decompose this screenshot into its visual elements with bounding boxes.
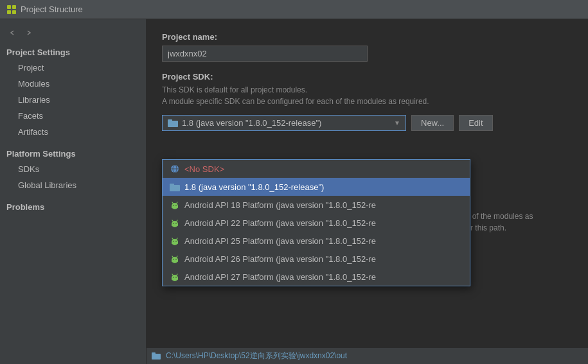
svg-line-49 xyxy=(172,274,174,275)
svg-rect-10 xyxy=(170,184,174,186)
window-title: Project Structure xyxy=(21,4,83,14)
svg-rect-28 xyxy=(172,241,177,244)
jdk-folder-icon xyxy=(169,181,181,193)
platform-settings-section: Platform Settings SDKs Global Libraries xyxy=(0,145,146,193)
android-icon-2 xyxy=(169,217,181,229)
svg-point-31 xyxy=(173,241,174,241)
svg-line-25 xyxy=(172,220,174,221)
android-icon-1 xyxy=(169,199,181,211)
svg-rect-14 xyxy=(177,205,178,208)
title-bar: Project Structure xyxy=(0,0,588,19)
problems-section: Problems xyxy=(0,198,146,214)
svg-line-33 xyxy=(172,238,174,239)
problems-header: Problems xyxy=(0,198,146,214)
path-text: C:\Users\HP\Desktop\52逆向系列实验\jwxdxnx02\o… xyxy=(166,351,347,361)
svg-rect-13 xyxy=(172,205,173,208)
project-name-label: Project name: xyxy=(162,32,573,42)
dropdown-item-android22[interactable]: Android API 22 Platform (java version "1… xyxy=(163,214,470,232)
dropdown-item-android18[interactable]: Android API 18 Platform (java version "1… xyxy=(163,196,470,214)
svg-rect-51 xyxy=(152,354,161,360)
svg-line-34 xyxy=(177,238,178,239)
svg-line-42 xyxy=(177,256,178,257)
project-structure-icon xyxy=(6,4,17,15)
svg-rect-38 xyxy=(177,259,178,262)
svg-rect-29 xyxy=(172,241,173,244)
globe-icon xyxy=(169,163,181,175)
svg-rect-22 xyxy=(177,223,178,226)
svg-point-39 xyxy=(173,259,174,259)
sidebar-item-artifacts[interactable]: Artifacts xyxy=(0,124,146,140)
android-icon-5 xyxy=(169,271,181,282)
svg-rect-44 xyxy=(172,277,177,280)
svg-rect-30 xyxy=(177,241,178,244)
svg-rect-0 xyxy=(7,5,11,9)
back-arrow[interactable] xyxy=(5,26,19,40)
svg-point-24 xyxy=(175,223,176,223)
sidebar-item-facets[interactable]: Facets xyxy=(0,108,146,124)
project-settings-header: Project Settings xyxy=(0,44,146,60)
sidebar-item-modules[interactable]: Modules xyxy=(0,76,146,92)
svg-rect-5 xyxy=(168,119,172,121)
svg-rect-20 xyxy=(172,223,177,226)
path-bar: C:\Users\HP\Desktop\52逆向系列实验\jwxdxnx02\o… xyxy=(147,347,588,364)
svg-rect-9 xyxy=(170,185,180,191)
project-name-input[interactable] xyxy=(162,46,368,62)
sdk-dropdown-popup: <No SDK> 1.8 (java version "1.8.0_152-re… xyxy=(162,159,470,286)
svg-point-48 xyxy=(175,277,176,277)
sdk-description-1: This SDK is default for all project modu… xyxy=(162,84,573,107)
sidebar-item-global-libraries[interactable]: Global Libraries xyxy=(0,177,146,193)
sdk-label: Project SDK: xyxy=(162,72,573,82)
svg-line-18 xyxy=(177,202,178,204)
svg-rect-36 xyxy=(172,259,177,262)
dropdown-arrow-icon: ▼ xyxy=(394,119,400,126)
dropdown-item-no-sdk[interactable]: <No SDK> xyxy=(163,160,470,178)
svg-point-23 xyxy=(173,223,174,223)
dropdown-item-jdk18[interactable]: 1.8 (java version "1.8.0_152-release") xyxy=(163,178,470,196)
svg-rect-46 xyxy=(177,277,178,280)
nav-arrows xyxy=(0,22,146,44)
sdk-row: 1.8 (java version "1.8.0_152-release") ▼… xyxy=(162,115,573,131)
android-icon-4 xyxy=(169,253,181,264)
dropdown-item-android25[interactable]: Android API 25 Platform (java version "1… xyxy=(163,232,470,250)
svg-rect-12 xyxy=(172,205,177,208)
svg-line-26 xyxy=(177,220,178,221)
svg-point-40 xyxy=(175,259,176,259)
path-folder-icon xyxy=(152,352,161,361)
edit-button[interactable]: Edit xyxy=(459,115,492,131)
folder-icon xyxy=(168,119,178,127)
sidebar-item-sdks[interactable]: SDKs xyxy=(0,161,146,177)
dropdown-item-android26[interactable]: Android API 26 Platform (java version "1… xyxy=(163,250,470,268)
sidebar: Project Settings Project Modules Librari… xyxy=(0,19,147,364)
svg-line-41 xyxy=(172,256,174,257)
dropdown-item-android27[interactable]: Android API 27 Platform (java version "1… xyxy=(163,268,470,286)
svg-point-32 xyxy=(175,241,176,241)
new-button[interactable]: New... xyxy=(411,115,454,131)
svg-line-17 xyxy=(172,202,174,204)
svg-rect-4 xyxy=(168,121,178,127)
sdk-select-display[interactable]: 1.8 (java version "1.8.0_152-release") ▼ xyxy=(162,115,406,131)
svg-line-50 xyxy=(177,274,178,275)
android-icon-3 xyxy=(169,235,181,247)
svg-point-15 xyxy=(173,205,174,205)
svg-rect-45 xyxy=(172,277,173,280)
platform-settings-header: Platform Settings xyxy=(0,145,146,161)
content-area: Project name: Project SDK: This SDK is d… xyxy=(147,19,588,364)
forward-arrow[interactable] xyxy=(22,26,36,40)
sidebar-item-libraries[interactable]: Libraries xyxy=(0,92,146,108)
svg-rect-3 xyxy=(12,10,16,14)
svg-rect-2 xyxy=(7,10,11,14)
svg-point-16 xyxy=(175,205,176,205)
svg-rect-52 xyxy=(152,352,156,354)
svg-rect-37 xyxy=(172,259,173,262)
svg-rect-21 xyxy=(172,223,173,226)
main-layout: Project Settings Project Modules Librari… xyxy=(0,19,588,364)
svg-rect-1 xyxy=(12,5,16,9)
svg-point-47 xyxy=(173,277,174,277)
sidebar-item-project[interactable]: Project xyxy=(0,60,146,76)
